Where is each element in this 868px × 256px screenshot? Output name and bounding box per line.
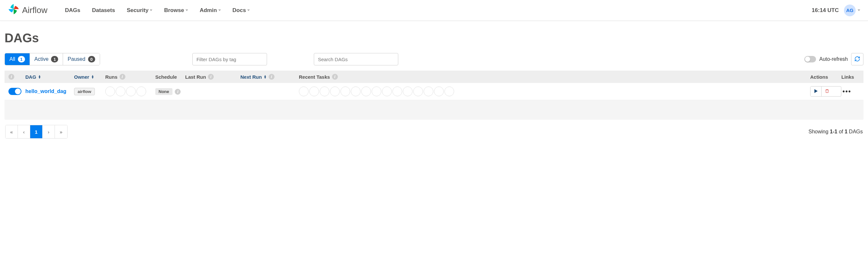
filter-paused-count: 0 <box>88 56 95 62</box>
task-circle <box>361 87 371 96</box>
nav-links: DAGs Datasets Security Browse Admin Docs <box>59 0 256 21</box>
svg-rect-0 <box>826 90 828 92</box>
main-content: DAGs All 1 Active 1 Paused 0 Auto-refres… <box>0 21 868 146</box>
task-circle <box>393 87 402 96</box>
page-first[interactable]: « <box>5 125 18 138</box>
page-next[interactable]: › <box>42 125 55 138</box>
tag-filter-input[interactable] <box>192 53 267 65</box>
info-icon[interactable]: i <box>332 74 338 80</box>
col-lastrun: Last Run i <box>185 74 240 80</box>
user-menu[interactable]: AG <box>844 5 860 16</box>
run-circle <box>105 87 115 96</box>
filter-all-count: 1 <box>18 56 25 62</box>
run-circle <box>136 87 146 96</box>
task-circle <box>424 87 433 96</box>
task-circle <box>309 87 319 96</box>
chevron-down-icon <box>247 9 250 11</box>
trigger-dag-button[interactable] <box>810 87 822 96</box>
toggle-knob <box>15 88 21 94</box>
info-icon[interactable]: i <box>120 74 125 80</box>
more-links-button[interactable]: ••• <box>841 87 852 96</box>
nav-datasets[interactable]: Datasets <box>86 0 121 21</box>
task-circle <box>382 87 392 96</box>
sort-icon: ▲▼ <box>264 75 267 79</box>
brand-text: Airflow <box>22 5 48 15</box>
ellipsis-icon: ••• <box>842 88 851 95</box>
dag-table: i DAG ▲▼ Owner ▲▼ Runs i Schedule Last R… <box>4 70 864 120</box>
avatar: AG <box>844 5 856 16</box>
filter-row: All 1 Active 1 Paused 0 Auto-refresh <box>4 53 864 65</box>
task-circle <box>372 87 381 96</box>
showing-text: Showing 1-1 of 1 DAGs <box>809 129 863 135</box>
play-icon <box>814 89 818 94</box>
run-circle <box>126 87 136 96</box>
col-nextrun[interactable]: Next Run ▲▼ i <box>240 74 299 80</box>
pagination-row: « ‹ 1 › » Showing 1-1 of 1 DAGs <box>4 125 864 139</box>
nav-security[interactable]: Security <box>121 0 158 21</box>
dag-pause-toggle[interactable] <box>8 88 22 95</box>
col-links: Links <box>841 74 860 80</box>
col-actions: Actions <box>810 74 841 80</box>
task-circle <box>413 87 423 96</box>
task-circle <box>330 87 340 96</box>
pagination: « ‹ 1 › » <box>5 125 68 139</box>
navbar: Airflow DAGs Datasets Security Browse Ad… <box>0 0 868 21</box>
nav-browse[interactable]: Browse <box>158 0 194 21</box>
task-circle <box>351 87 361 96</box>
row-action-buttons <box>810 86 841 96</box>
page-prev[interactable]: ‹ <box>18 125 30 138</box>
sort-icon: ▲▼ <box>38 75 41 79</box>
auto-refresh-block: Auto-refresh <box>804 53 864 65</box>
info-icon[interactable]: i <box>208 74 214 80</box>
page-title: DAGs <box>4 31 864 45</box>
info-icon[interactable]: i <box>8 74 14 80</box>
refresh-icon <box>855 56 860 63</box>
sort-icon: ▲▼ <box>91 75 94 79</box>
filter-active-count: 1 <box>51 56 58 62</box>
task-circle <box>444 87 454 96</box>
chevron-down-icon <box>185 9 188 11</box>
brand[interactable]: Airflow <box>8 3 48 17</box>
col-owner[interactable]: Owner ▲▼ <box>74 74 105 80</box>
chevron-down-icon <box>150 9 152 11</box>
filter-paused[interactable]: Paused 0 <box>63 53 99 65</box>
task-circle <box>403 87 412 96</box>
page-last[interactable]: » <box>55 125 67 138</box>
delete-dag-button[interactable] <box>822 87 833 96</box>
chevron-down-icon <box>218 9 221 11</box>
filter-active[interactable]: Active 1 <box>30 53 63 65</box>
page-number[interactable]: 1 <box>30 125 42 138</box>
search-dags-input[interactable] <box>314 53 398 65</box>
schedule-badge[interactable]: None <box>155 88 173 95</box>
task-circle <box>299 87 309 96</box>
trash-icon <box>825 89 829 94</box>
info-icon[interactable]: i <box>269 74 275 80</box>
clock[interactable]: 16:14 UTC <box>812 7 839 14</box>
recent-task-circles[interactable] <box>299 87 810 96</box>
table-header: i DAG ▲▼ Owner ▲▼ Runs i Schedule Last R… <box>4 70 864 83</box>
nav-dags[interactable]: DAGs <box>59 0 86 21</box>
col-dag[interactable]: DAG ▲▼ <box>25 74 74 80</box>
run-circle <box>116 87 125 96</box>
task-circle <box>340 87 350 96</box>
status-filter-group: All 1 Active 1 Paused 0 <box>4 53 100 65</box>
col-recent: Recent Tasks i <box>299 74 810 80</box>
airflow-logo-icon <box>8 3 20 17</box>
task-circle <box>320 87 330 96</box>
task-circle <box>434 87 444 96</box>
dag-link[interactable]: hello_world_dag <box>25 88 66 94</box>
nav-admin[interactable]: Admin <box>194 0 227 21</box>
auto-refresh-toggle[interactable] <box>804 56 816 62</box>
table-row: hello_world_dag airflow None i <box>4 83 864 100</box>
info-icon[interactable]: i <box>175 89 181 95</box>
nav-docs[interactable]: Docs <box>227 0 256 21</box>
auto-refresh-label: Auto-refresh <box>819 56 848 62</box>
toggle-knob <box>805 57 810 62</box>
refresh-button[interactable] <box>851 53 864 65</box>
col-schedule: Schedule <box>155 74 185 80</box>
nav-right: 16:14 UTC AG <box>812 5 860 16</box>
owner-tag[interactable]: airflow <box>74 88 95 95</box>
filter-all[interactable]: All 1 <box>5 53 30 65</box>
chevron-down-icon <box>858 9 860 11</box>
run-status-circles[interactable] <box>105 87 155 96</box>
